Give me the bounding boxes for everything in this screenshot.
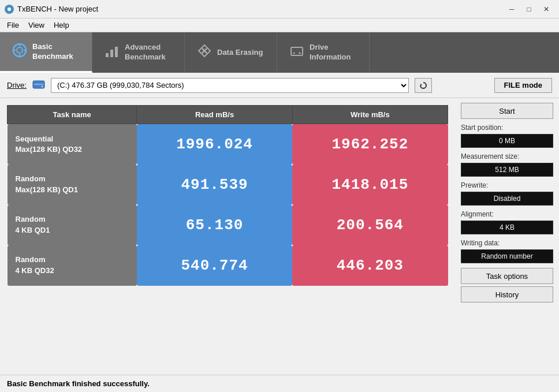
tab-data-erasing[interactable]: Data Erasing	[185, 32, 277, 73]
file-mode-button[interactable]: FILE mode	[494, 78, 552, 93]
basic-benchmark-icon	[12, 42, 28, 62]
task-options-button[interactable]: Task options	[461, 268, 553, 284]
svg-rect-8	[106, 53, 109, 57]
tab-drive-information[interactable]: DriveInformation	[277, 32, 370, 73]
read-value-cell: 1996.024	[137, 124, 292, 165]
write-value-cell: 1418.015	[292, 165, 448, 205]
read-value-cell: 540.774	[137, 245, 292, 286]
write-value-cell: 200.564	[292, 205, 448, 245]
task-name-cell: SequentialMax(128 KB) QD32	[8, 124, 137, 165]
menu-view[interactable]: View	[24, 20, 49, 31]
read-value-cell: 491.539	[137, 165, 292, 205]
menu-bar: File View Help	[0, 18, 559, 32]
col-read: Read mB/s	[137, 106, 292, 124]
window-controls: ─ □ ✕	[504, 3, 554, 15]
history-button[interactable]: History	[461, 286, 553, 303]
menu-help[interactable]: Help	[49, 20, 74, 31]
benchmark-table: Task name Read mB/s Write mB/s Sequentia…	[7, 105, 448, 286]
alignment-value: 4 KB	[461, 221, 553, 234]
start-position-value: 0 MB	[461, 134, 553, 148]
drive-row: Drive: (C:) 476.37 GB (999,030,784 Secto…	[0, 73, 559, 98]
drive-selector[interactable]: (C:) 476.37 GB (999,030,784 Sectors)	[51, 78, 409, 93]
svg-rect-10	[115, 47, 118, 57]
task-name-cell: Random4 KB QD1	[8, 205, 137, 245]
tab-advanced-benchmark[interactable]: AdvancedBenchmark	[92, 32, 185, 73]
drive-refresh-button[interactable]	[415, 78, 432, 93]
svg-marker-20	[420, 84, 422, 86]
svg-rect-15	[299, 53, 301, 54]
start-position-label: Start position:	[461, 124, 553, 132]
sidebar: Start Start position: 0 MB Measurement s…	[455, 98, 559, 375]
svg-rect-18	[34, 84, 43, 85]
close-button[interactable]: ✕	[538, 3, 554, 15]
writing-data-value: Random number	[461, 249, 553, 263]
svg-point-19	[41, 85, 43, 87]
app-icon	[5, 5, 14, 14]
table-row: Random4 KB QD1 65.130 200.564	[8, 205, 448, 245]
writing-data-label: Writing data:	[461, 239, 553, 247]
menu-file[interactable]: File	[2, 20, 24, 31]
prewrite-value: Disabled	[461, 192, 553, 206]
drive-label-text: Drive:	[7, 81, 27, 89]
title-bar-left: TxBENCH - New project	[5, 5, 98, 14]
measurement-size-label: Measurement size:	[461, 152, 553, 160]
task-name-cell: Random4 KB QD32	[8, 245, 137, 286]
col-task-name: Task name	[8, 106, 137, 124]
basic-benchmark-label: BasicBenchmark	[32, 42, 73, 62]
data-erasing-icon	[196, 43, 213, 62]
measurement-size-value: 512 MB	[461, 163, 553, 177]
drive-icon	[32, 79, 45, 92]
benchmark-area: Task name Read mB/s Write mB/s Sequentia…	[0, 98, 455, 375]
svg-point-16	[293, 53, 295, 54]
advanced-benchmark-label: AdvancedBenchmark	[125, 43, 166, 62]
prewrite-label: Prewrite:	[461, 181, 553, 189]
svg-point-1	[8, 8, 11, 11]
task-name-cell: RandomMax(128 KB) QD1	[8, 165, 137, 205]
minimize-button[interactable]: ─	[504, 3, 520, 15]
table-row: RandomMax(128 KB) QD1 491.539 1418.015	[8, 165, 448, 205]
read-value-cell: 65.130	[137, 205, 292, 245]
main-content: Task name Read mB/s Write mB/s Sequentia…	[0, 98, 559, 375]
tab-bar: BasicBenchmark AdvancedBenchmark Data Er…	[0, 32, 559, 73]
drive-information-icon	[289, 43, 305, 62]
write-value-cell: 446.203	[292, 245, 448, 286]
advanced-benchmark-icon	[104, 43, 120, 62]
svg-rect-9	[110, 50, 113, 57]
table-row: Random4 KB QD32 540.774 446.203	[8, 245, 448, 286]
alignment-label: Alignment:	[461, 210, 553, 218]
data-erasing-label: Data Erasing	[217, 48, 263, 58]
drive-information-label: DriveInformation	[310, 43, 351, 62]
window-title: TxBENCH - New project	[17, 5, 98, 13]
start-button[interactable]: Start	[461, 103, 553, 119]
col-write: Write mB/s	[292, 106, 448, 124]
status-text: Basic Benchmark finished successfully.	[7, 379, 150, 388]
svg-point-3	[17, 47, 23, 53]
table-row: SequentialMax(128 KB) QD32 1996.024 1962…	[8, 124, 448, 165]
maximize-button[interactable]: □	[521, 3, 537, 15]
svg-rect-14	[291, 47, 303, 55]
status-bar: Basic Benchmark finished successfully.	[0, 375, 559, 392]
write-value-cell: 1962.252	[292, 124, 448, 165]
title-bar: TxBENCH - New project ─ □ ✕	[0, 0, 559, 18]
tab-basic-benchmark[interactable]: BasicBenchmark	[0, 32, 92, 73]
